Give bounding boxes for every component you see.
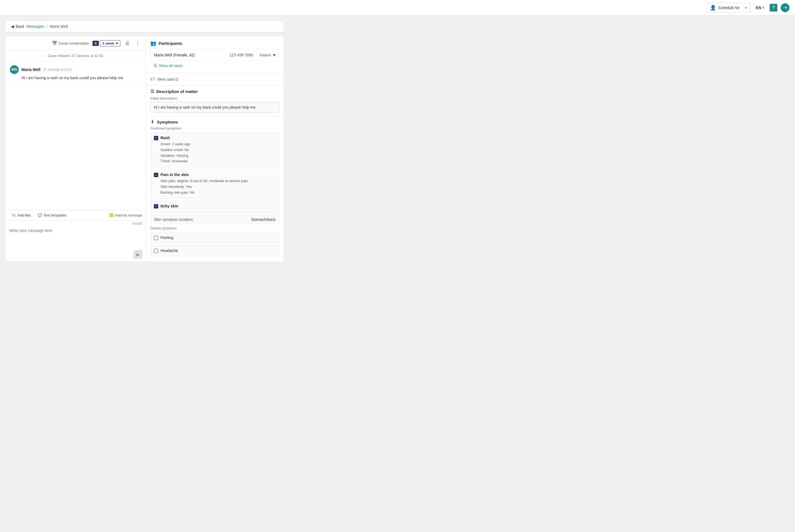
week-badge-group: 6 1 week ▾ bbox=[92, 40, 120, 46]
rash-trend: Trend: Increased bbox=[161, 158, 276, 164]
symptom-itchy: Itchy skin bbox=[150, 201, 279, 213]
symptom-rash-header: Rash bbox=[154, 136, 276, 140]
back-button[interactable]: ◀ Back bbox=[11, 24, 24, 28]
schedule-label: Schedule for bbox=[718, 5, 740, 10]
rash-onset: Onset: 1 week ago bbox=[161, 141, 276, 147]
case-label: New case D bbox=[158, 77, 178, 81]
rash-checkbox[interactable] bbox=[154, 136, 158, 140]
skin-location-value: Stomach/back bbox=[251, 217, 276, 222]
content-area: 📅 Close conversation 6 1 week ▾ 🖨 ⋮ Case… bbox=[5, 36, 283, 262]
avatar: MW bbox=[10, 65, 19, 74]
itchy-checkbox[interactable] bbox=[154, 204, 158, 209]
peeling-name: Peeling bbox=[161, 235, 173, 240]
pain-burning: Burning skin pain: No bbox=[161, 190, 276, 195]
message-item: MW Maria Well 27 January at 12:31 Hi i a… bbox=[5, 61, 146, 84]
message-text: Hi i am having a rash on my back could y… bbox=[10, 76, 141, 80]
symptom-pain-header: Pain in the skin bbox=[154, 172, 276, 177]
symptom-rash: Rash Onset: 1 week ago Sudden onset: No … bbox=[150, 133, 279, 167]
schedule-dropdown[interactable]: 👤 Schedule for ▾ bbox=[706, 3, 751, 13]
description-section: ☰ Description of matter Initial descript… bbox=[146, 86, 283, 116]
chat-area: Case initiated: 27 January at 12:31 MW M… bbox=[5, 50, 146, 210]
initial-desc-label: Initial description bbox=[150, 96, 279, 100]
top-nav: 👤 Schedule for ▾ EN ▾ ? ⇥ bbox=[0, 0, 795, 15]
pain-name: Pain in the skin bbox=[161, 172, 189, 177]
symptom-peeling: Peeling bbox=[150, 232, 279, 243]
schedule-chevron: ▾ bbox=[745, 5, 747, 10]
breadcrumb-current: Maria Well bbox=[50, 24, 68, 28]
messages-link[interactable]: Messages bbox=[26, 24, 44, 28]
conversation-toolbar: 📅 Close conversation 6 1 week ▾ 🖨 ⋮ bbox=[5, 36, 146, 50]
peeling-checkbox[interactable] bbox=[154, 236, 158, 240]
text-templates-button[interactable]: 💬 Text templates bbox=[35, 212, 69, 219]
badge-number: 6 bbox=[92, 41, 99, 46]
right-panel: 👥 Participants Maria Well (Female, 42) 1… bbox=[146, 36, 283, 262]
help-button[interactable]: ? bbox=[770, 4, 777, 12]
headache-name: Headache bbox=[161, 248, 178, 253]
denied-label: Denied symptoms bbox=[150, 226, 279, 230]
participants-title: 👥 Participants bbox=[150, 40, 279, 46]
message-header: MW Maria Well 27 January at 12:31 bbox=[10, 65, 141, 74]
symptoms-title: 🌡 Symptoms bbox=[150, 119, 279, 124]
show-all-cases-label: Show all cases bbox=[159, 63, 183, 68]
calendar-icon: 📅 bbox=[52, 41, 57, 46]
pain-sensitivity: Skin sensitivity: Yes bbox=[161, 184, 276, 190]
message-time: 27 January at 12:31 bbox=[43, 68, 72, 72]
participant-phone: 123 456 7890 bbox=[229, 53, 253, 57]
message-input[interactable] bbox=[5, 226, 146, 248]
input-area: 📎 Add files 💬 Text templates Internal me… bbox=[5, 210, 146, 262]
lang-label: EN bbox=[756, 5, 761, 10]
symptoms-section: 🌡 Symptoms Confirmed symptoms Rash Onset… bbox=[146, 116, 283, 262]
skin-location-label: Skin symptom location: bbox=[154, 217, 193, 222]
internal-message-button[interactable]: Internal message bbox=[110, 213, 142, 217]
left-panel: 📅 Close conversation 6 1 week ▾ 🖨 ⋮ Case… bbox=[5, 36, 146, 262]
internal-message-label: Internal message bbox=[115, 213, 142, 217]
headache-checkbox[interactable] bbox=[154, 249, 158, 253]
breadcrumb: ◀ Back Messages › Maria Well bbox=[5, 21, 283, 32]
char-count: 0/4000 bbox=[5, 221, 146, 226]
symptom-itchy-header: Itchy skin bbox=[154, 204, 276, 209]
description-title: ☰ Description of matter bbox=[150, 89, 279, 94]
text-templates-label: Text templates bbox=[43, 213, 67, 217]
rash-variation: Variation: Varying bbox=[161, 153, 276, 159]
symptom-pain: Pain in the skin Skin pain, degree: 6 ou… bbox=[150, 169, 279, 198]
rash-details: Onset: 1 week ago Sudden onset: No Varia… bbox=[154, 141, 276, 164]
pain-degree: Skin pain, degree: 6 out of 10, moderate… bbox=[161, 178, 276, 184]
pain-details: Skin pain, degree: 6 out of 10, moderate… bbox=[154, 178, 276, 195]
breadcrumb-separator: › bbox=[46, 24, 48, 28]
print-button[interactable]: 🖨 bbox=[124, 39, 131, 47]
lang-chevron: ▾ bbox=[762, 5, 764, 10]
week-dropdown[interactable]: 1 week ▾ bbox=[100, 40, 120, 46]
user-icon: 👤 bbox=[710, 5, 716, 11]
add-files-button[interactable]: 📎 Add files bbox=[9, 212, 34, 219]
description-text: Hi i am having a rash on my back could y… bbox=[150, 102, 279, 113]
tag-icon: 🏷 bbox=[150, 76, 155, 82]
week-chevron: ▾ bbox=[116, 41, 118, 45]
yellow-square-icon bbox=[110, 213, 113, 217]
participant-row: Maria Well (Female, 42) 123 456 7890 Pat… bbox=[150, 49, 279, 61]
thermometer-icon: 🌡 bbox=[150, 119, 155, 124]
close-conversation-button[interactable]: 📅 Close conversation bbox=[52, 41, 90, 46]
close-conv-label: Close conversation bbox=[59, 41, 90, 45]
send-button[interactable]: ▶ bbox=[133, 250, 142, 259]
rash-sudden: Sudden onset: No bbox=[161, 147, 276, 153]
more-options-button[interactable]: ⋮ bbox=[134, 39, 141, 47]
participant-expand-button[interactable]: ▾ bbox=[273, 52, 276, 58]
week-label: 1 week bbox=[103, 41, 114, 45]
language-button[interactable]: EN ▾ bbox=[754, 4, 766, 11]
paperclip-icon: 📎 bbox=[12, 213, 16, 217]
main-container: ◀ Back Messages › Maria Well 📅 Close con… bbox=[0, 15, 289, 267]
add-files-label: Add files bbox=[17, 213, 31, 217]
case-initiated-text: Case initiated: 27 January at 12:31 bbox=[5, 50, 146, 61]
send-icon: ▶ bbox=[136, 252, 140, 256]
lines-icon: ☰ bbox=[150, 89, 154, 94]
pain-checkbox[interactable] bbox=[154, 173, 158, 177]
confirmed-label: Confirmed symptoms bbox=[150, 127, 279, 130]
participant-role: Patient bbox=[260, 53, 271, 57]
skin-location-row: Skin symptom location: Stomach/back bbox=[150, 215, 279, 224]
login-icon: ⇥ bbox=[783, 5, 787, 10]
message-sender: Maria Well bbox=[21, 68, 40, 72]
login-button[interactable]: ⇥ bbox=[781, 3, 790, 12]
templates-icon: 💬 bbox=[38, 213, 42, 217]
show-all-cases-button[interactable]: ☰ Show all cases bbox=[150, 61, 279, 69]
itchy-name: Itchy skin bbox=[161, 204, 178, 208]
